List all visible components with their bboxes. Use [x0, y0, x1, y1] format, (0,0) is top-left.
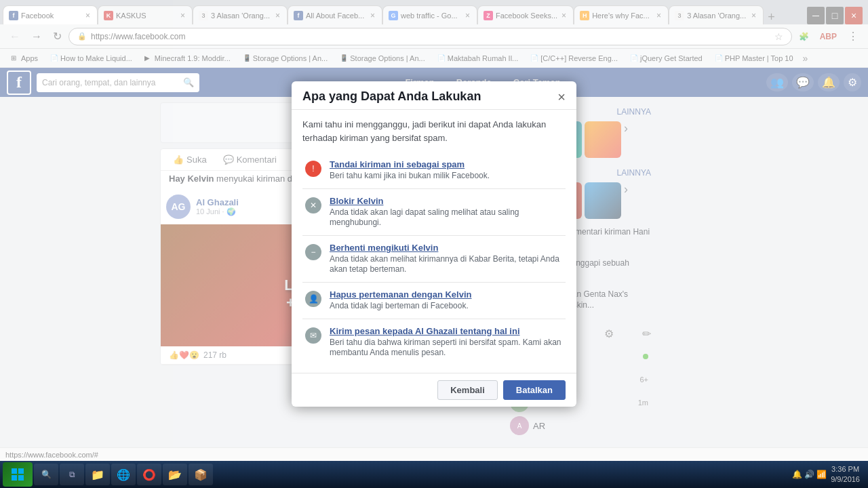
spam-option-content: Tandai kiriman ini sebagai spam Beri tah… [330, 159, 563, 182]
facebook-page: f 🔍 Firman Beranda Cari Teman 👥 💬 🔔 ⚙ [0, 68, 868, 465]
spam-option-title[interactable]: Tandai kiriman ini sebagai spam [330, 159, 563, 169]
modal-option-unfollow[interactable]: − Berhenti mengikuti Kelvin Anda tidak a… [302, 236, 566, 283]
taskbar: 🔍 ⧉ 📁 🌐 ⭕ 📂 📦 🔔 🔊 📶 3:36 PM 9/9/2016 [0, 461, 868, 488]
unfriend-option-title[interactable]: Hapus pertemanan dengan Kelvin [330, 289, 563, 300]
clock-time: 3:36 PM [831, 464, 860, 474]
system-clock: 3:36 PM 9/9/2016 [831, 464, 860, 485]
modal-option-unfriend[interactable]: 👤 Hapus pertemanan dengan Kelvin Anda ti… [302, 283, 566, 319]
taskbar-explorer-button[interactable]: 📁 [85, 464, 110, 485]
windows-logo-icon [11, 468, 24, 481]
unfriend-icon: 👤 [305, 291, 321, 307]
modal-header: Apa yang Dapat Anda Lakukan × [292, 81, 576, 110]
modal-option-block[interactable]: ✕ Blokir Kelvin Anda tidak akan lagi dap… [302, 189, 566, 236]
taskbar-taskview-button[interactable]: ⧉ [60, 464, 84, 485]
unfollow-option-content: Berhenti mengikuti Kelvin Anda tidak aka… [330, 243, 563, 275]
modal-option-message[interactable]: ✉ Kirim pesan kepada Al Ghazali tentang … [302, 319, 566, 365]
message-option-title[interactable]: Kirim pesan kepada Al Ghazali tentang ha… [330, 326, 563, 336]
unfriend-option-content: Hapus pertemanan dengan Kelvin Anda tida… [330, 289, 563, 312]
taskbar-chrome-button[interactable]: ⭕ [137, 464, 161, 485]
modal-body: Kami tahu ini mengganggu, jadi berikut i… [292, 110, 576, 373]
modal-option-spam[interactable]: ! Tandai kiriman ini sebagai spam Beri t… [302, 152, 566, 189]
modal-close-button[interactable]: × [557, 90, 566, 104]
clock-date: 9/9/2016 [831, 474, 860, 485]
taskbar-edge-button[interactable]: 🌐 [111, 464, 136, 485]
svg-rect-1 [18, 468, 24, 474]
spam-option-desc: Beri tahu kami jika ini bukan milik Face… [330, 171, 563, 182]
modal-cancel-button[interactable]: Batalkan [503, 380, 566, 400]
taskbar-search-button[interactable]: 🔍 [34, 464, 58, 485]
spam-icon: ! [305, 161, 321, 177]
unfollow-option-desc: Anda tidak akan melihat kirimannya di Ka… [330, 254, 563, 275]
unfriend-option-desc: Anda tidak lagi berteman di Facebook. [330, 301, 563, 312]
svg-rect-2 [12, 475, 17, 481]
message-option-desc: Beri tahu dia bahwa kiriman seperti ini … [330, 338, 563, 359]
message-icon: ✉ [305, 327, 321, 344]
message-option-content: Kirim pesan kepada Al Ghazali tentang ha… [330, 326, 563, 359]
block-option-desc: Anda tidak akan lagi dapat saling meliha… [330, 207, 563, 228]
svg-rect-0 [12, 468, 17, 474]
modal-footer: Kembali Batalkan [292, 373, 576, 407]
start-button[interactable] [3, 462, 33, 487]
taskbar-app-button[interactable]: 📦 [189, 464, 213, 485]
block-icon: ✕ [305, 197, 321, 214]
modal-overlay: Apa yang Dapat Anda Lakukan × Kami tahu … [0, 68, 868, 465]
block-option-content: Blokir Kelvin Anda tidak akan lagi dapat… [330, 196, 563, 228]
system-tray: 🔔 🔊 📶 3:36 PM 9/9/2016 [787, 464, 866, 485]
unfollow-option-title[interactable]: Berhenti mengikuti Kelvin [330, 243, 563, 253]
svg-rect-3 [18, 475, 24, 481]
tray-icons: 🔔 🔊 📶 [792, 470, 827, 479]
unfollow-icon: − [305, 244, 321, 260]
modal-back-button[interactable]: Kembali [437, 380, 498, 400]
block-option-title[interactable]: Blokir Kelvin [330, 196, 563, 206]
modal-description: Kami tahu ini mengganggu, jadi berikut i… [302, 118, 566, 144]
modal-title: Apa yang Dapat Anda Lakukan [302, 89, 481, 104]
modal-dialog: Apa yang Dapat Anda Lakukan × Kami tahu … [292, 81, 576, 407]
taskbar-folder-button[interactable]: 📂 [163, 464, 187, 485]
